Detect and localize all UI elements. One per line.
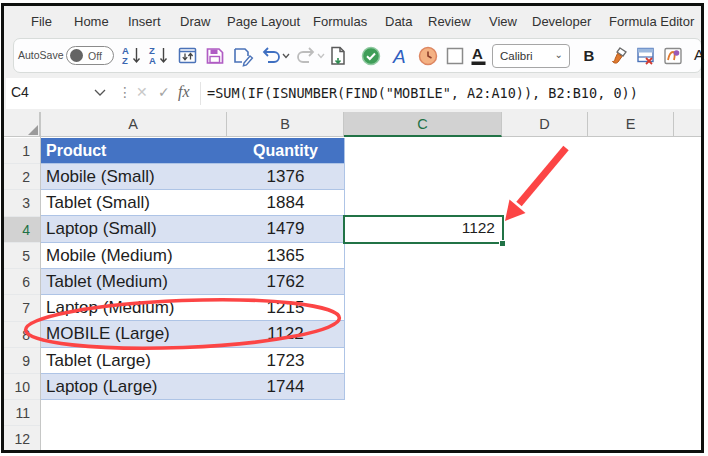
autosave-toggle[interactable]: Off (66, 46, 114, 65)
row-header-11[interactable]: 11 (4, 400, 40, 426)
row-header-6[interactable]: 6 (4, 269, 40, 295)
table-row[interactable]: Laptop (Small) 1479 (41, 216, 345, 242)
column-header-e[interactable]: E (588, 112, 674, 137)
enter-button[interactable]: ✓ (158, 84, 170, 100)
chevron-down-icon: ⌄ (555, 49, 563, 60)
table-row[interactable]: Mobile (Small) 1376 (41, 164, 345, 190)
menu-bar: File Home Insert Draw Page Layout Formul… (4, 6, 701, 38)
script-a-icon[interactable]: A (390, 45, 412, 67)
name-box-chevron-icon[interactable] (94, 89, 106, 97)
menu-view[interactable]: View (489, 14, 517, 29)
cell-a2[interactable]: Mobile (Small) (41, 164, 227, 189)
cell-b5[interactable]: 1365 (227, 243, 344, 268)
font-color-icon[interactable]: A (468, 45, 490, 67)
row-header-4[interactable]: 4 (4, 217, 40, 243)
cell-b9[interactable]: 1723 (227, 348, 344, 373)
selected-cell-c4[interactable]: 1122 (343, 215, 504, 244)
bold-button[interactable]: B (581, 47, 597, 64)
header-quantity[interactable]: Quantity (227, 138, 344, 163)
table-row[interactable]: Tablet (Large) 1723 (41, 348, 345, 374)
column-header-c[interactable]: C (344, 112, 502, 137)
format-painter-icon[interactable] (608, 45, 630, 67)
cell-a3[interactable]: Tablet (Small) (41, 190, 227, 215)
cell-a8[interactable]: MOBILE (Large) (41, 321, 227, 346)
table-header-row[interactable]: Product Quantity (41, 138, 345, 164)
row-header-8[interactable]: 8 (4, 322, 40, 348)
approve-check-icon[interactable] (360, 45, 382, 67)
row-header-7[interactable]: 7 (4, 295, 40, 321)
fill-handle[interactable] (499, 240, 506, 247)
cancel-button[interactable]: ✕ (136, 84, 148, 100)
save-icon[interactable] (204, 45, 226, 67)
menu-review[interactable]: Review (428, 14, 471, 29)
undo-icon[interactable] (260, 45, 282, 67)
sort-ascending-icon[interactable]: A Z (121, 45, 143, 67)
svg-text:Z: Z (122, 55, 128, 66)
table-row[interactable]: MOBILE (Large) 1122 (41, 321, 345, 347)
delete-rows-icon[interactable] (635, 45, 657, 67)
cell-b10[interactable]: 1744 (227, 374, 344, 399)
save-as-icon[interactable] (232, 45, 254, 67)
cell-a6[interactable]: Tablet (Medium) (41, 269, 227, 294)
svg-text:A: A (472, 45, 483, 62)
menu-insert[interactable]: Insert (128, 14, 161, 29)
cell-a7[interactable]: Laptop (Medium) (41, 295, 227, 320)
row-header-12[interactable]: 12 (4, 426, 40, 452)
thesaurus-icon[interactable] (662, 45, 684, 67)
fx-button[interactable]: fx (178, 83, 190, 101)
grow-font-button[interactable]: A (694, 46, 704, 63)
empty-square-icon[interactable] (444, 45, 466, 67)
table-row[interactable]: Laptop (Large) 1744 (41, 374, 345, 400)
window-arrow-icon[interactable] (177, 45, 199, 67)
menu-formula-editor[interactable]: Formula Editor (609, 14, 694, 29)
cell-b7[interactable]: 1215 (227, 295, 344, 320)
row-header-9[interactable]: 9 (4, 348, 40, 374)
name-box[interactable]: C4 (11, 84, 29, 100)
redo-icon[interactable] (295, 45, 317, 67)
clock-icon[interactable] (417, 45, 439, 67)
menu-home[interactable]: Home (74, 14, 109, 29)
formula-input[interactable]: =SUM(IF(ISNUMBER(FIND("MOBILE", A2:A10))… (207, 85, 638, 101)
menu-draw[interactable]: Draw (180, 14, 210, 29)
row-header-3[interactable]: 3 (4, 190, 40, 216)
column-header-f[interactable] (674, 112, 702, 137)
select-all-triangle-icon (28, 125, 38, 135)
row-header-1[interactable]: 1 (4, 138, 40, 164)
cell-a9[interactable]: Tablet (Large) (41, 348, 227, 373)
row-header-2[interactable]: 2 (4, 164, 40, 190)
cell-b3[interactable]: 1884 (227, 190, 344, 215)
menu-developer[interactable]: Developer (532, 14, 591, 29)
select-all-button[interactable] (4, 112, 40, 137)
svg-text:A: A (392, 46, 406, 67)
menu-formulas[interactable]: Formulas (313, 14, 367, 29)
cell-b8[interactable]: 1122 (227, 321, 344, 346)
column-header-a[interactable]: A (40, 112, 227, 137)
menu-file[interactable]: File (31, 14, 52, 29)
row-header-5[interactable]: 5 (4, 243, 40, 269)
column-header-b[interactable]: B (227, 112, 344, 137)
row-headers: 1 2 3 4 5 6 7 8 9 10 11 12 (4, 138, 40, 453)
table-row[interactable]: Mobile (Medium) 1365 (41, 243, 345, 269)
menu-page-layout[interactable]: Page Layout (227, 14, 300, 29)
font-name-value: Calibri (500, 50, 533, 62)
table-row[interactable]: Tablet (Medium) 1762 (41, 269, 345, 295)
sort-descending-icon[interactable]: Z A (148, 45, 170, 67)
formula-bar: C4 ⋮ ✕ ✓ fx =SUM(IF(ISNUMBER(FIND("MOBIL… (6, 78, 702, 109)
cell-b4[interactable]: 1479 (227, 216, 344, 241)
cell-b6[interactable]: 1762 (227, 269, 344, 294)
cell-b2[interactable]: 1376 (227, 164, 344, 189)
table-row[interactable]: Tablet (Small) 1884 (41, 190, 345, 216)
column-header-d[interactable]: D (502, 112, 588, 137)
autosave-label: AutoSave (18, 49, 64, 61)
table-row[interactable]: Laptop (Medium) 1215 (41, 295, 345, 321)
new-file-icon[interactable] (327, 45, 349, 67)
row-header-10[interactable]: 10 (4, 374, 40, 400)
cell-a10[interactable]: Laptop (Large) (41, 374, 227, 399)
header-product[interactable]: Product (41, 138, 227, 163)
font-name-select[interactable]: Calibri ⌄ (492, 44, 570, 68)
cell-a5[interactable]: Mobile (Medium) (41, 243, 227, 268)
svg-text:A: A (149, 55, 156, 66)
formula-bar-divider[interactable]: ⋮ (118, 84, 132, 100)
cell-a4[interactable]: Laptop (Small) (41, 216, 227, 241)
menu-data[interactable]: Data (385, 14, 412, 29)
